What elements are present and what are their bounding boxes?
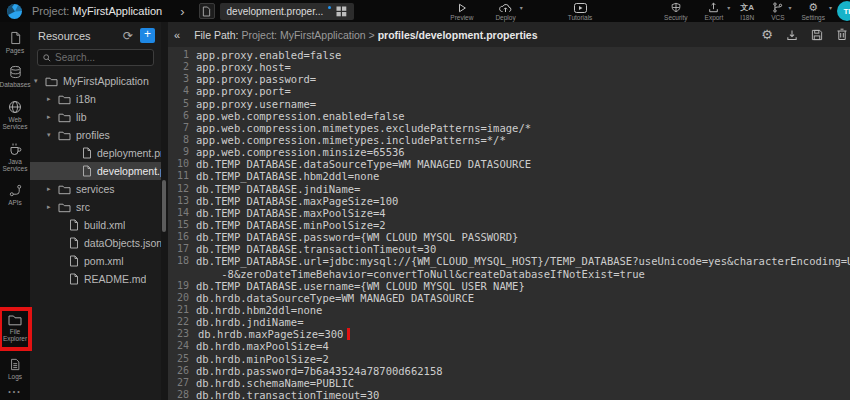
- tree-item-MyFirstApplication[interactable]: ▾ MyFirstApplication: [30, 72, 161, 90]
- code-line[interactable]: -8&zeroDateTimeBehavior=convertToNull&cr…: [168, 268, 850, 280]
- more-options-icon[interactable]: •••: [8, 388, 21, 395]
- tree-item-build.xml[interactable]: build.xml: [30, 216, 161, 234]
- code-line[interactable]: 16db.TEMP_DATABASE.password={WM_CLOUD_MY…: [168, 231, 850, 243]
- tree-item-src[interactable]: ▸ src: [30, 198, 161, 216]
- code-text: db.hrdb.schemaName=PUBLIC: [196, 377, 850, 389]
- chevron-right-icon[interactable]: ▸: [47, 203, 58, 211]
- resources-title: Resources: [38, 30, 123, 42]
- code-text: -8&zeroDateTimeBehavior=convertToNull&cr…: [196, 268, 850, 280]
- gear-icon: ⚙: [808, 2, 818, 13]
- sidebar-item-pages[interactable]: Pages: [0, 31, 30, 54]
- line-number: 26: [168, 365, 196, 377]
- panel-scrollbar-thumb[interactable]: [162, 180, 166, 232]
- deploy-button[interactable]: Deploy ▾: [495, 2, 515, 21]
- code-line[interactable]: 2app.proxy.host=: [168, 61, 850, 73]
- code-line[interactable]: 4app.proxy.port=: [168, 85, 850, 97]
- code-line[interactable]: 17db.TEMP_DATABASE.transactionTimeout=30: [168, 243, 850, 255]
- code-line[interactable]: 1app.proxy.enabled=false: [168, 49, 850, 61]
- line-number: 28: [168, 389, 196, 400]
- code-text: app.web.compression.mimetypes.includePat…: [196, 134, 850, 146]
- layout-grid-icon[interactable]: [336, 6, 347, 17]
- sidebar-item-apis[interactable]: APIs: [0, 184, 30, 206]
- tree-item-deployment.properties[interactable]: deployment.properties: [30, 144, 161, 162]
- search-input[interactable]: [55, 52, 145, 63]
- code-line[interactable]: 9app.web.compression.minsize=65536: [168, 146, 850, 158]
- code-line[interactable]: 19db.TEMP_DATABASE.username={WM_CLOUD_MY…: [168, 280, 850, 292]
- code-line[interactable]: 6app.web.compression.enabled=false: [168, 110, 850, 122]
- sidebar-item-logs[interactable]: Logs: [0, 358, 30, 380]
- tutorials-button[interactable]: Tutorials: [568, 2, 593, 21]
- code-line[interactable]: 26db.hrdb.password=7b6a43524a78700d66215…: [168, 365, 850, 377]
- chevron-right-icon[interactable]: ▸: [47, 113, 58, 121]
- code-editor[interactable]: 1app.proxy.enabled=false2app.proxy.host=…: [168, 47, 850, 400]
- sidebar-item-databases[interactable]: Databases: [0, 65, 30, 88]
- sidebar-item-web-services[interactable]: Web Services: [0, 100, 30, 131]
- code-line[interactable]: 8app.web.compression.mimetypes.includePa…: [168, 134, 850, 146]
- code-text: db.TEMP_DATABASE.maxPageSize=100: [196, 195, 850, 207]
- tree-item-lib[interactable]: ▸ lib: [30, 108, 161, 126]
- code-line[interactable]: 27db.hrdb.schemaName=PUBLIC: [168, 377, 850, 389]
- settings-button[interactable]: ⚙ Settings ▾: [802, 2, 826, 21]
- file-path-label: File Path: Project: MyFirstApplication >…: [194, 29, 537, 41]
- code-line[interactable]: 28db.hrdb.transactionTimeout=30: [168, 389, 850, 400]
- code-line[interactable]: 11db.TEMP_DATABASE.hbm2ddl=none: [168, 170, 850, 182]
- code-line[interactable]: 20db.hrdb.dataSourceType=WM_MANAGED_DATA…: [168, 292, 850, 304]
- line-number: 1: [168, 49, 196, 61]
- resource-search[interactable]: [37, 49, 154, 66]
- coffee-cup-icon: [8, 142, 22, 156]
- code-text: db.TEMP_DATABASE.transactionTimeout=30: [196, 243, 850, 255]
- code-line[interactable]: 24db.hrdb.maxPoolSize=4: [168, 340, 850, 352]
- security-button[interactable]: Security: [664, 2, 687, 21]
- file-icon: [69, 273, 79, 285]
- user-avatar[interactable]: TI: [837, 1, 850, 21]
- code-line[interactable]: 13db.TEMP_DATABASE.maxPageSize=100: [168, 195, 850, 207]
- code-line[interactable]: 15db.TEMP_DATABASE.minPoolSize=2: [168, 219, 850, 231]
- code-text: db.TEMP_DATABASE.username={WM_CLOUD_MYSQ…: [196, 280, 850, 292]
- code-text: db.hrdb.transactionTimeout=30: [196, 389, 850, 400]
- sidebar-item-file-explorer[interactable]: File Explorer: [2, 314, 28, 343]
- chevron-down-icon: ▾: [727, 4, 730, 11]
- code-line[interactable]: 5app.proxy.username=: [168, 98, 850, 110]
- line-number: 6: [168, 110, 196, 122]
- vcs-button[interactable]: VCS ▾: [771, 2, 784, 21]
- i18n-button[interactable]: 文A I18N: [740, 2, 754, 21]
- tree-item-services[interactable]: ▸ services: [30, 180, 161, 198]
- editor-settings-icon[interactable]: ⚙: [761, 29, 773, 40]
- code-line[interactable]: 7app.web.compression.mimetypes.excludePa…: [168, 122, 850, 134]
- line-number: 25: [168, 353, 196, 365]
- code-line[interactable]: 14db.TEMP_DATABASE.maxPoolSize=4: [168, 207, 850, 219]
- collapse-panel-icon[interactable]: «: [174, 29, 180, 41]
- file-icon: [69, 255, 79, 267]
- tree-item-README.md[interactable]: README.md: [30, 270, 161, 288]
- delete-icon[interactable]: [836, 28, 848, 41]
- export-button[interactable]: Export ▾: [705, 2, 724, 21]
- code-line[interactable]: 10db.TEMP_DATABASE.dataSourceType=WM_MAN…: [168, 158, 850, 170]
- tree-item-development.properties[interactable]: development.properties: [30, 162, 161, 180]
- tree-item-i18n[interactable]: ▸ i18n: [30, 90, 161, 108]
- code-line[interactable]: 25db.hrdb.minPoolSize=2: [168, 353, 850, 365]
- tree-item-pom.xml[interactable]: pom.xml: [30, 252, 161, 270]
- wavemaker-logo[interactable]: [6, 3, 23, 20]
- chevron-right-icon[interactable]: ▸: [47, 95, 58, 103]
- chevron-right-icon[interactable]: ▸: [47, 185, 58, 193]
- tab-development-properties[interactable]: development.proper...: [220, 3, 355, 20]
- refresh-icon[interactable]: ⟳: [123, 29, 133, 43]
- chevron-down-icon[interactable]: ▾: [47, 131, 58, 139]
- chevron-down-icon[interactable]: ▾: [34, 77, 45, 85]
- code-line[interactable]: 3app.proxy.password=: [168, 73, 850, 85]
- save-icon[interactable]: [811, 29, 823, 41]
- line-number: 10: [168, 158, 196, 170]
- line-number: 3: [168, 73, 196, 85]
- code-line[interactable]: 12db.TEMP_DATABASE.jndiName=: [168, 183, 850, 195]
- download-icon[interactable]: [786, 29, 798, 41]
- code-line[interactable]: 22db.hrdb.jndiName=: [168, 316, 850, 328]
- code-line[interactable]: 18db.TEMP_DATABASE.url=jdbc:mysql://{WM_…: [168, 255, 850, 267]
- add-resource-button[interactable]: +: [140, 28, 155, 43]
- code-line[interactable]: 23db.hrdb.maxPageSize=300: [168, 328, 850, 340]
- code-text: db.TEMP_DATABASE.url=jdbc:mysql://{WM_CL…: [196, 255, 850, 267]
- preview-button[interactable]: Preview: [450, 2, 473, 21]
- tree-item-profiles[interactable]: ▾ profiles: [30, 126, 161, 144]
- code-line[interactable]: 21db.hrdb.hbm2ddl=none: [168, 304, 850, 316]
- tree-item-dataObjects.json[interactable]: dataObjects.json: [30, 234, 161, 252]
- sidebar-item-java-services[interactable]: Java Services: [0, 142, 30, 173]
